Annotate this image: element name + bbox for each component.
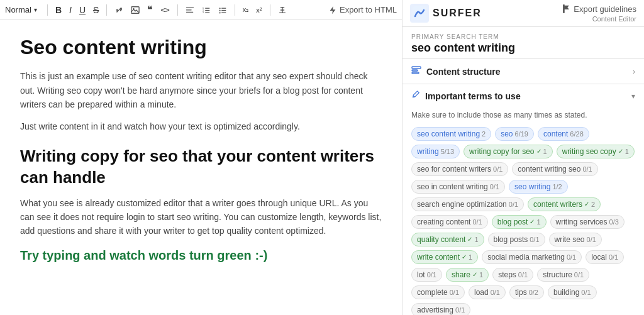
svg-text:3.: 3. [203, 11, 204, 14]
tag: content 6/28 [538, 127, 589, 141]
divider-3 [177, 4, 178, 16]
tag-count: 1 [543, 148, 547, 155]
tag-count: 2 [482, 130, 486, 138]
svg-point-12 [219, 9, 220, 11]
document-title: Seo content writing [20, 35, 382, 59]
export-html-button[interactable]: Export to HTML [328, 5, 397, 14]
tag: writing seo copy ✓ 1 [557, 145, 635, 158]
style-chevron-icon: ▾ [34, 6, 37, 13]
doc-body: What you see is already customized edito… [20, 196, 382, 238]
align-button[interactable] [183, 4, 197, 16]
tag: complete 0/1 [411, 285, 465, 299]
tag: blog posts 0/1 [488, 233, 545, 246]
important-terms-body: Make sure to include those as many times… [402, 108, 644, 315]
content-structure-section: Content structure › [402, 59, 644, 84]
tag-check-icon: ✓ [530, 218, 535, 225]
code-button[interactable]: <> [158, 4, 172, 16]
svg-marker-17 [330, 6, 336, 13]
tag: writing services 0/3 [550, 215, 625, 229]
tag-count: 0/1 [491, 289, 500, 296]
link-icon [114, 6, 123, 14]
important-terms-desc: Make sure to include those as many times… [411, 110, 635, 121]
tag: seo for content writers 0/1 [411, 162, 508, 176]
tag-count: 0/3 [609, 218, 619, 226]
tag-count: 0/2 [529, 289, 538, 296]
tag: quality content ✓ 1 [411, 233, 484, 246]
clear-format-icon [278, 6, 287, 14]
tag-count: 0/1 [530, 236, 539, 243]
doc-heading-3: Try typing and watch words turn green :-… [20, 248, 382, 263]
tag: local 0/1 [586, 250, 624, 264]
unordered-list-button[interactable] [216, 4, 230, 16]
tag-check-icon: ✓ [462, 253, 467, 260]
surfer-icon [413, 6, 426, 20]
image-button[interactable] [128, 4, 142, 16]
clear-format-button[interactable] [275, 4, 289, 16]
italic-button[interactable]: I [67, 4, 74, 16]
divider-2 [106, 4, 107, 16]
tag-count: 5/13 [441, 148, 454, 155]
primary-search-term: PRIMARY SEARCH TERM seo content writing [402, 27, 644, 59]
svg-rect-16 [221, 12, 226, 13]
tag: building 0/1 [548, 285, 597, 299]
strikethrough-button[interactable]: S [91, 4, 101, 16]
toolbar-right: Export to HTML [328, 5, 397, 14]
tag-count: 1/2 [552, 183, 562, 191]
tag-count: 1 [536, 218, 540, 226]
surfer-box-icon [410, 4, 429, 23]
tag: load 0/1 [469, 285, 506, 299]
bolt-icon [328, 6, 337, 14]
tag-count: 6/28 [570, 130, 583, 138]
tag-count: 0/1 [455, 306, 465, 314]
tag: writing 5/13 [411, 145, 460, 158]
important-terms-header[interactable]: Important terms to use ▾ [402, 84, 644, 108]
superscript-button[interactable]: x² [253, 5, 264, 15]
tag: tips 0/2 [509, 285, 544, 299]
tags-container: seo content writing 2seo 6/19content 6/2… [411, 127, 635, 315]
editor-content[interactable]: Seo content writing This is just an exam… [0, 20, 402, 315]
tag: social media marketing 0/1 [482, 250, 582, 264]
ol-icon: 1.2.3. [202, 6, 211, 14]
svg-rect-4 [186, 11, 193, 12]
important-terms-chevron-icon: ▾ [631, 92, 635, 101]
tag: creating content 0/1 [411, 215, 488, 229]
ordered-list-button[interactable]: 1.2.3. [199, 4, 213, 16]
tag: blog post ✓ 1 [492, 215, 547, 229]
tag: share ✓ 1 [446, 268, 489, 282]
tag: content writers ✓ 2 [528, 197, 601, 211]
link-button[interactable] [112, 4, 126, 16]
tag-count: 1 [474, 236, 478, 243]
divider-5 [270, 4, 270, 16]
subscript-button[interactable]: x₂ [240, 4, 252, 15]
tag-count: 0/1 [587, 236, 596, 243]
divider-1 [47, 4, 48, 16]
flag-icon [562, 4, 571, 13]
content-structure-chevron-icon: › [633, 67, 635, 76]
export-guidelines-button[interactable]: Export guidelines [562, 4, 636, 14]
tag-count: 0/1 [582, 165, 592, 173]
tag-count: 2 [591, 201, 595, 208]
toolbar: Normal ▾ B I U S ❝ <> 1.2.3. x₂ x² [0, 0, 402, 20]
doc-heading-2: Writing copy for seo that your content w… [20, 146, 382, 189]
svg-rect-22 [412, 72, 419, 74]
content-structure-icon [411, 65, 421, 77]
image-icon [131, 6, 140, 14]
align-icon [186, 6, 194, 14]
quote-button[interactable]: ❝ [145, 3, 155, 17]
tag-count: 0/1 [493, 165, 502, 173]
structure-icon [411, 65, 421, 75]
important-terms-section: Important terms to use ▾ Make sure to in… [402, 84, 644, 315]
style-selector[interactable]: Normal ▾ [5, 5, 37, 14]
tag-count: 0/1 [518, 271, 528, 279]
tag: content writing seo 0/1 [512, 162, 597, 176]
underline-button[interactable]: U [77, 4, 88, 16]
bold-button[interactable]: B [53, 4, 64, 16]
tag-count: 1 [469, 253, 472, 261]
tag: seo in content writing 0/1 [411, 180, 505, 194]
content-structure-title: Content structure [411, 65, 500, 77]
editor-panel: Normal ▾ B I U S ❝ <> 1.2.3. x₂ x² [0, 0, 402, 315]
content-structure-header[interactable]: Content structure › [402, 59, 644, 84]
tag: seo content writing 2 [411, 127, 491, 141]
svg-rect-15 [221, 10, 226, 11]
tag-check-icon: ✓ [618, 148, 623, 155]
